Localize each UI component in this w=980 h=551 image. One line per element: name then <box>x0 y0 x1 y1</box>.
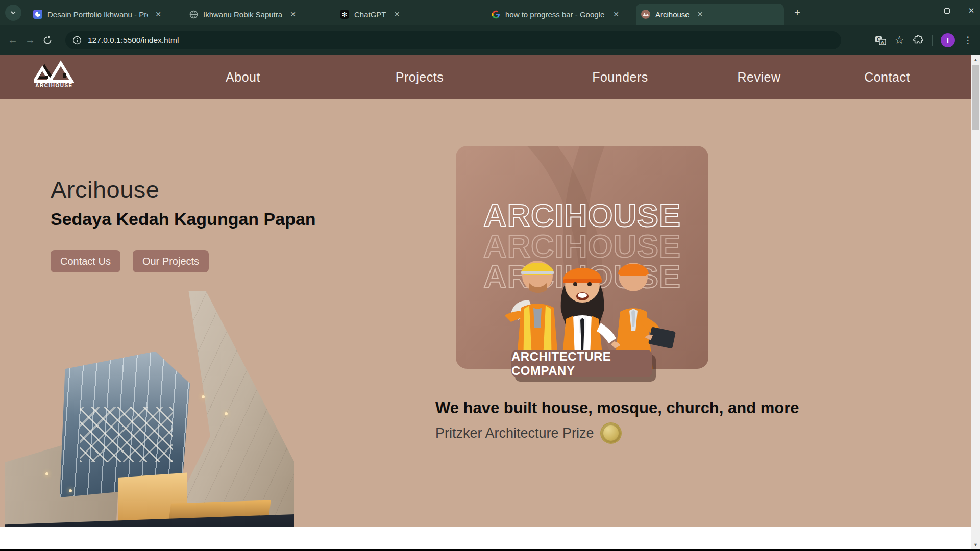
bookmark-star-icon[interactable]: ☆ <box>894 34 904 47</box>
our-projects-button[interactable]: Our Projects <box>133 250 209 272</box>
tab-strip: Desain Portfolio Ikhwanu - Pres ✕ Ikhwan… <box>0 0 980 25</box>
nav-link-contact[interactable]: Contact <box>864 55 910 99</box>
translate-icon[interactable]: GA <box>875 35 886 46</box>
address-bar[interactable]: 127.0.0.1:5500/index.html <box>65 31 841 49</box>
scroll-down-arrow[interactable]: ▼ <box>971 540 980 549</box>
back-button[interactable]: ← <box>4 32 21 49</box>
toolbar-right-icons: GA ☆ I ⋮ <box>875 25 973 55</box>
chevron-down-icon <box>10 9 17 16</box>
close-icon[interactable]: ✕ <box>287 9 299 20</box>
web-page: ARCIHOUSE About Projects Founders Review… <box>0 55 971 551</box>
extensions-icon[interactable] <box>913 35 924 46</box>
site-info-icon[interactable] <box>72 36 82 45</box>
building-image <box>5 291 294 551</box>
window-bottom-edge <box>0 549 980 551</box>
minimize-button[interactable]: — <box>918 6 927 15</box>
tab-ikhwanu-robik[interactable]: Ikhwanu Robik Saputra ✕ <box>184 4 329 25</box>
tab-title: how to progress bar - Google S <box>505 10 605 19</box>
pritzker-medal-icon <box>600 422 622 444</box>
arcihouse-logo-icon <box>34 58 74 85</box>
hero-card: ARCIHOUSE ARCIHOUSE ARCIHOUSE <box>456 146 708 369</box>
globe-icon <box>189 10 198 19</box>
browser-toolbar: ← → 127.0.0.1:5500/index.html GA ☆ I ⋮ <box>0 25 980 55</box>
tab-google-search[interactable]: how to progress bar - Google S ✕ <box>486 4 631 25</box>
tab-title: Arcihouse <box>655 10 690 19</box>
close-icon[interactable]: ✕ <box>695 9 706 20</box>
presentation-icon <box>33 10 42 19</box>
toolbar-separator <box>932 35 933 46</box>
nav-link-founders[interactable]: Founders <box>592 55 648 99</box>
tab-title: Desain Portfolio Ikhwanu - Pres <box>47 10 148 19</box>
page-scrollbar[interactable]: ▲ ▼ <box>971 55 980 549</box>
hero-title: Arcihouse <box>51 176 160 204</box>
reload-icon <box>43 36 52 45</box>
architecture-company-badge: ARCHITECTURE COMPANY <box>511 350 652 377</box>
tab-desain-portfolio[interactable]: Desain Portfolio Ikhwanu - Pres ✕ <box>28 4 177 25</box>
tab-separator <box>482 8 482 18</box>
next-section <box>0 527 971 551</box>
award-text: Pritzker Architecture Prize <box>435 425 594 441</box>
arcihouse-logo[interactable]: ARCIHOUSE <box>34 58 75 96</box>
maximize-button[interactable] <box>942 6 951 15</box>
forward-button[interactable]: → <box>21 32 39 49</box>
building-truss <box>80 407 173 462</box>
contact-us-button[interactable]: Contact Us <box>51 250 120 272</box>
arcihouse-icon <box>641 10 650 19</box>
google-icon <box>491 10 500 19</box>
tab-separator <box>331 8 331 18</box>
hero-section: Arcihouse Sedaya Kedah Kagungan Papan Co… <box>0 99 971 527</box>
browser-window: Desain Portfolio Ikhwanu - Pres ✕ Ikhwan… <box>0 0 980 551</box>
hero-subtitle: Sedaya Kedah Kagungan Papan <box>51 209 316 229</box>
logo-text: ARCIHOUSE <box>35 83 73 88</box>
tab-search-button[interactable] <box>5 5 21 21</box>
tab-title: ChatGPT <box>354 10 386 19</box>
nav-link-about[interactable]: About <box>226 55 260 99</box>
facade-light <box>225 412 228 415</box>
restore-icon <box>944 8 950 14</box>
tab-chatgpt[interactable]: ✻ ChatGPT ✕ <box>335 4 480 25</box>
site-navbar: ARCIHOUSE About Projects Founders Review… <box>0 55 971 99</box>
facade-light <box>202 395 205 398</box>
close-icon[interactable]: ✕ <box>391 9 403 20</box>
tab-arcihouse-active[interactable]: Arcihouse ✕ <box>636 4 784 25</box>
award-row: Pritzker Architecture Prize <box>435 422 622 444</box>
window-controls: — ✕ <box>918 0 976 21</box>
hero-tagline: We have built house, mosque, church, and… <box>435 399 799 417</box>
construction-workers-image <box>480 216 684 369</box>
close-window-button[interactable]: ✕ <box>967 6 976 15</box>
scrollbar-thumb[interactable] <box>972 65 979 130</box>
facade-light <box>69 489 72 492</box>
chatgpt-icon: ✻ <box>340 10 349 19</box>
close-icon[interactable]: ✕ <box>610 9 622 20</box>
scroll-up-arrow[interactable]: ▲ <box>971 55 980 64</box>
menu-kebab-icon[interactable]: ⋮ <box>963 34 973 46</box>
hero-buttons: Contact Us Our Projects <box>51 250 209 272</box>
profile-avatar[interactable]: I <box>941 33 955 47</box>
nav-link-projects[interactable]: Projects <box>396 55 444 99</box>
svg-text:A: A <box>881 40 884 45</box>
tab-separator <box>180 8 180 18</box>
reload-button[interactable] <box>39 32 56 49</box>
close-icon[interactable]: ✕ <box>153 9 164 20</box>
nav-link-review[interactable]: Review <box>738 55 781 99</box>
tab-title: Ikhwanu Robik Saputra <box>203 10 282 19</box>
url-text: 127.0.0.1:5500/index.html <box>88 36 179 45</box>
new-tab-button[interactable]: + <box>791 6 804 19</box>
